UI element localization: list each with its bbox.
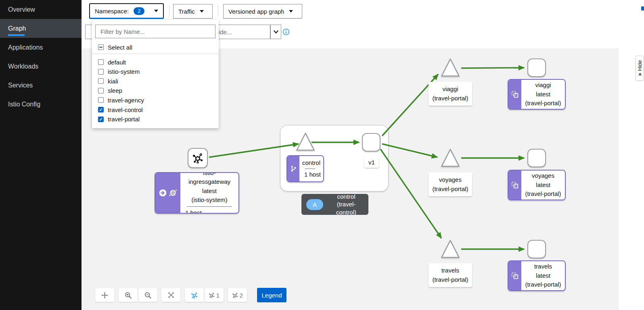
service-name: voyages [432,175,469,184]
zoom-in-button[interactable] [119,288,138,302]
layout-2-label: 2 [240,292,243,299]
namespace-option-istio-system[interactable]: ✓ istio-system [98,67,140,77]
checkbox[interactable]: ✓ [98,59,104,65]
workload-node-voyages[interactable] [527,149,546,167]
summary-panel-hide-tab[interactable]: » Hide [636,56,644,81]
graph-type-label: Versioned app graph [228,8,284,15]
badge-strip [508,261,521,290]
workload-node-viaggi[interactable] [527,58,546,77]
workload-label-viaggi[interactable]: viaggi latest (travel-portal) [508,79,566,110]
graph-type-dropdown-button[interactable]: Versioned app graph [223,4,302,19]
virtual-service-icon [290,165,297,172]
sidebar-item-label: Applications [8,44,43,51]
workload-namespace: (travel-portal) [524,280,562,289]
checkbox[interactable]: ✓ [98,69,104,75]
zoom-out-button[interactable] [138,288,157,302]
workload-name: istio-ingressgateway [183,172,236,187]
option-label: istio-system [108,68,140,75]
checkbox[interactable]: ✓ [98,97,104,103]
namespace-option-default[interactable]: ✓ default [98,57,126,67]
version-node-v1[interactable] [362,133,381,152]
clone-icon [511,181,519,189]
select-all-indeterminate-checkbox[interactable] [98,44,104,50]
sidebar-item-label: Istio Config [8,101,40,108]
workload-label-travels[interactable]: travels latest (travel-portal) [508,260,566,291]
chevron-down-icon [154,10,158,12]
workload-version: latest [524,90,562,99]
namespace-option-travel-control[interactable]: ✓ travel-control [98,105,143,114]
service-label-voyages[interactable]: voyages (travel-portal) [429,173,472,196]
workload-namespace: (travel-portal) [524,99,562,108]
checkbox[interactable]: ✓ [98,107,104,112]
pan-button[interactable] [95,288,114,302]
namespace-option-sleep[interactable]: ✓ sleep [98,86,122,96]
toolbar-divider [169,6,169,17]
sidebar-item-overview[interactable]: Overview [0,0,82,19]
fit-to-screen-button[interactable] [161,288,180,302]
workload-node-istio-ingressgateway[interactable] [188,148,208,168]
layout-1-button[interactable]: 1 [205,288,224,302]
service-namespace: (travel-portal) [432,94,469,103]
service-label-travels[interactable]: travels (travel-portal) [429,263,472,287]
service-namespace: (travel-portal) [432,184,469,193]
zoom-out-icon [144,292,151,299]
sidebar-item-graph[interactable]: Graph [0,19,82,38]
service-name: viaggi [432,84,469,94]
label-text: control 1 host [299,156,323,181]
namespace-option-kiali[interactable]: ✓ kiali [98,76,118,86]
namespace-filter-input[interactable] [95,25,215,38]
select-all-label: Select all [108,44,132,51]
app-badge: A [306,199,323,210]
traffic-dropdown-button[interactable]: Traffic [173,4,213,19]
sidebar-item-istio-config[interactable]: Istio Config [0,95,82,114]
namespace-dropdown-button[interactable]: Namespace: 2 [89,3,164,19]
service-node-viaggi[interactable] [440,58,460,77]
namespace-option-travel-portal[interactable]: ✓ travel-portal [98,114,140,124]
select-all-row[interactable]: Select all [98,42,132,52]
version-text: v1 [368,159,375,166]
service-label-viaggi[interactable]: viaggi (travel-portal) [429,82,472,106]
checkbox[interactable]: ✓ [98,117,104,122]
namespace-count-badge: 2 [134,7,144,15]
layout-2-button[interactable]: 2 [228,288,247,302]
tooltip-app-name: control [337,193,355,200]
badge-strip [508,171,521,200]
option-label: kiali [108,78,118,85]
checkbox[interactable]: ✓ [98,88,104,94]
clone-icon [511,272,519,279]
namespace-dropdown-panel: Select all ✓ default ✓ istio-system ✓ ki… [92,20,219,128]
workload-node-travels[interactable] [527,240,546,258]
workload-label-istio-ingressgateway[interactable]: istio-ingressgateway latest (istio-syste… [155,172,239,214]
namespace-label: Namespace: [95,8,129,15]
label-divider [187,206,232,207]
tooltip-text: control (travel-control) [329,193,364,216]
service-label-control[interactable]: control 1 host [286,155,324,182]
workload-label-voyages[interactable]: voyages latest (travel-portal) [508,170,566,200]
hide-select-chevron-button[interactable] [270,25,281,39]
label-text: travels latest (travel-portal) [521,261,565,290]
sidebar: Overview Graph Applications Workloads Se… [0,0,82,310]
service-namespace: (travel-portal) [432,275,469,284]
sidebar-item-applications[interactable]: Applications [0,38,82,57]
minus-icon [99,47,102,48]
sidebar-item-label: Services [8,82,33,89]
traffic-source-icon [159,189,167,197]
service-node-travels[interactable] [440,239,460,259]
layout-default-button[interactable] [185,288,204,302]
workload-name: viaggi [524,81,562,90]
service-node-voyages[interactable] [440,148,460,168]
zoom-in-icon [125,292,132,299]
expand-arrows-icon [168,292,174,298]
namespace-option-travel-agency[interactable]: ✓ travel-agency [98,95,144,105]
service-node-control[interactable] [295,132,316,152]
workload-name: travels [524,262,562,271]
sidebar-item-workloads[interactable]: Workloads [0,57,82,76]
legend-button[interactable]: Legend [257,288,286,302]
chevron-down-icon [200,10,204,12]
label-text: voyages latest (travel-portal) [521,171,565,200]
checkbox[interactable]: ✓ [98,78,104,84]
sidebar-item-services[interactable]: Services [0,76,82,95]
mesh-icon [232,292,238,298]
info-icon[interactable] [282,28,290,35]
move-icon [101,292,108,299]
